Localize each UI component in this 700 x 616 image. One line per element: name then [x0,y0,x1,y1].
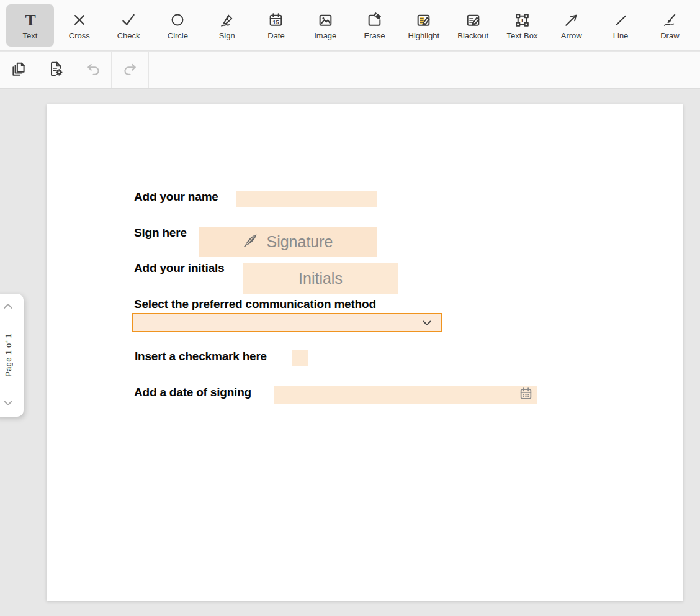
pages-button[interactable] [0,52,37,88]
svg-text:T: T [25,11,35,29]
chevron-down-icon [423,317,431,328]
cross-icon [71,11,88,29]
checkmark-field[interactable] [292,350,308,366]
tool-arrow[interactable]: Arrow [547,4,595,47]
name-input-field[interactable] [236,191,377,207]
redo-button[interactable] [112,52,149,88]
tool-sign[interactable]: Sign [203,4,251,47]
undo-icon [84,60,102,80]
text-box-icon: T [514,11,531,29]
highlighter-icon [415,11,432,29]
tool-date[interactable]: 15 Date [252,4,300,47]
text-icon: T [22,11,39,29]
image-icon [317,11,334,29]
page-down-button[interactable] [0,398,16,409]
redo-icon [122,60,139,80]
signature-placeholder: Signature [266,234,333,250]
arrow-icon [563,11,580,29]
tool-textbox[interactable]: T Text Box [498,4,546,47]
chevron-down-icon [2,398,14,409]
secondary-toolbar [0,52,700,89]
communication-method-dropdown[interactable] [132,313,442,332]
sign-label: Sign here [134,226,187,240]
calendar-icon: 15 [267,11,284,29]
tool-line[interactable]: Line [597,4,645,47]
undo-button[interactable] [74,52,112,88]
svg-text:T: T [520,17,524,24]
calendar-field-icon [519,387,533,404]
page-up-button[interactable] [0,301,16,312]
name-label: Add your name [134,190,218,204]
check-icon [120,11,137,29]
initials-field[interactable]: Initials [243,263,398,294]
page-gear-icon [47,60,65,80]
tool-blackout[interactable]: Blackout [449,4,497,47]
date-field[interactable] [274,386,537,404]
tool-erase[interactable]: Erase [351,4,398,47]
pages-icon [10,60,27,80]
tool-draw[interactable]: Draw [646,4,694,47]
chevron-up-icon [2,301,14,312]
tool-check[interactable]: Check [105,4,153,47]
svg-text:15: 15 [273,19,279,25]
date-label: Add a date of signing [134,386,251,399]
document-canvas: Add your name Sign here Signature Add yo… [0,89,700,616]
main-toolbar: T Text Cross Check Circle Sign [0,0,700,51]
circle-icon [169,11,186,29]
document-page: Add your name Sign here Signature Add yo… [47,104,683,601]
page-settings-button[interactable] [37,52,74,88]
signature-field[interactable]: Signature [199,227,377,257]
line-icon [612,11,629,29]
checkmark-label: Insert a checkmark here [135,350,267,363]
page-indicator: Page 1 of 1 [4,333,13,377]
brush-icon [662,11,678,29]
initials-placeholder: Initials [298,271,343,286]
select-label: Select the preferred communication metho… [134,297,376,311]
page-navigator: Page 1 of 1 [0,294,24,417]
tool-text[interactable]: T Text [6,4,54,47]
tool-image[interactable]: Image [302,4,349,47]
sign-pen-icon [218,11,235,29]
tool-highlight[interactable]: Highlight [400,4,447,47]
eraser-icon [366,11,383,29]
tool-cross[interactable]: Cross [55,4,103,47]
blackout-marker-icon [465,11,482,29]
initials-label: Add your initials [134,261,224,275]
feather-icon [242,232,259,251]
tool-circle[interactable]: Circle [154,4,202,47]
